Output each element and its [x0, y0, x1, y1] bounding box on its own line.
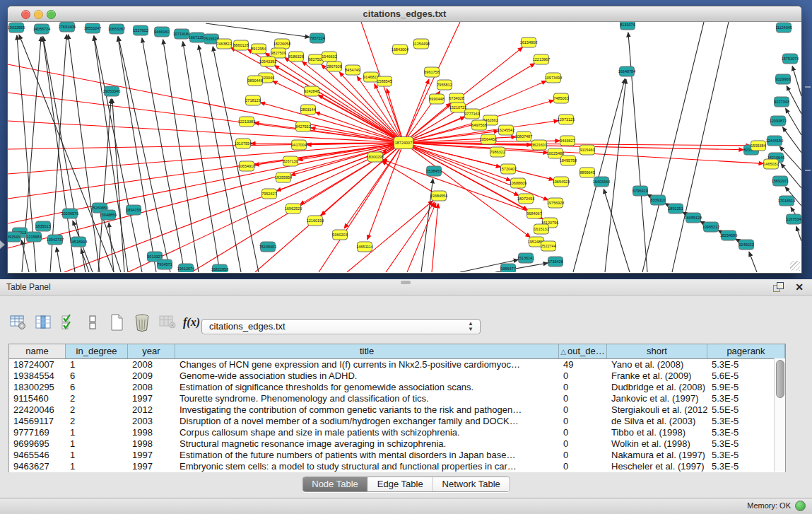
cell-year: 2008 [128, 382, 175, 393]
citation-edge-red[interactable] [404, 64, 535, 143]
tab-edge-table[interactable]: Edge Table [368, 477, 433, 491]
graph-node-label: 11124045 [775, 25, 792, 30]
panel-drag-handle[interactable] [401, 281, 411, 284]
cell-in-degree: 1 [66, 427, 128, 438]
column-header-short[interactable]: short [607, 344, 707, 358]
citation-edge[interactable] [604, 189, 630, 272]
column-header-name[interactable]: name [9, 344, 66, 358]
citation-edge[interactable] [792, 66, 801, 96]
citation-edge-red[interactable] [8, 64, 404, 143]
graph-node-label: 20564456 [480, 137, 497, 141]
citation-edge-red[interactable] [407, 203, 436, 272]
citation-edge-red[interactable] [404, 143, 530, 237]
graph-node-label: 1595384 [751, 144, 765, 148]
table-row[interactable]: 946554611997Estimation of the future num… [9, 450, 785, 461]
table-row[interactable]: 1456911722003Disruption of a novel membe… [9, 416, 785, 427]
cell-out-de-: 49 [559, 359, 607, 370]
citation-edge[interactable] [94, 36, 142, 272]
select-rows-icon[interactable] [58, 312, 79, 333]
cell-short: Tibbo et al. (1998) [607, 427, 707, 438]
graph-node-label: 19355954 [275, 175, 292, 180]
table-header-row: namein_degreeyeartitle△out_de…shortpager… [9, 344, 785, 359]
table-options-icon[interactable] [7, 312, 28, 333]
citation-edge[interactable] [749, 252, 757, 272]
citation-edge[interactable] [605, 79, 626, 272]
graph-node-label: 15948859 [100, 213, 117, 217]
citation-edge-red[interactable] [8, 143, 404, 149]
citation-edge-red[interactable] [64, 143, 404, 272]
graph-node-label: 1588545 [377, 79, 392, 83]
citation-edge[interactable] [206, 23, 310, 37]
graph-node-label: 12973125 [558, 117, 575, 122]
citation-edge[interactable] [112, 99, 124, 272]
citation-edge[interactable] [786, 108, 801, 135]
tab-network-table[interactable]: Network Table [433, 477, 510, 491]
cell-year: 2009 [128, 370, 175, 382]
float-panel-icon[interactable] [773, 282, 784, 292]
graph-node-label: 10543392 [259, 59, 276, 64]
table-row[interactable]: 977716911998Corpus callosum shape and si… [9, 427, 785, 438]
graph-node-label: 14518943 [70, 240, 87, 244]
cell-title: Disruption of a novel member of a sodium… [175, 416, 559, 427]
graph-node-label: 12213967 [533, 57, 550, 62]
column-header-out-de-[interactable]: △out_de… [559, 344, 607, 358]
cell-short: Jankovic et al. (1997) [607, 393, 707, 404]
citation-edge[interactable] [102, 215, 121, 272]
cell-short: Wolkin et al. (1998) [607, 438, 707, 450]
graph-node-label: 16843004 [392, 47, 408, 52]
row-height-icon[interactable] [82, 312, 103, 333]
right-splitter-mark [805, 86, 811, 88]
citation-edge-red[interactable] [386, 202, 435, 272]
citation-edge-red[interactable] [8, 121, 404, 143]
graph-node-label: 7957224 [310, 36, 324, 40]
column-header-title[interactable]: title [175, 344, 559, 358]
new-table-icon[interactable] [106, 312, 127, 333]
delete-table-icon[interactable] [131, 312, 153, 333]
table-row[interactable]: 969969511998Structural magnetic resonanc… [9, 438, 785, 450]
show-columns-icon[interactable] [33, 312, 54, 333]
graph-node-label: 6961758 [424, 70, 439, 74]
table-row[interactable]: 946362711997Embryonic stem cells: a mode… [9, 461, 785, 472]
table-select-combobox[interactable]: citations_edges.txt ▲▼ [201, 319, 481, 334]
table-row[interactable]: 2242004622012Investigating the contribut… [9, 404, 785, 416]
cell-in-degree: 1 [66, 461, 128, 472]
citation-edge[interactable] [642, 22, 704, 272]
table-panel-title: Table Panel [6, 282, 51, 292]
cell-title: Estimation of significance thresholds fo… [175, 382, 559, 393]
scrollbar-thumb[interactable] [776, 360, 784, 398]
cell-in-degree: 1 [66, 450, 128, 461]
citation-edge[interactable] [796, 226, 801, 241]
citation-edge[interactable] [94, 36, 128, 272]
function-builder-icon[interactable]: f(x) [181, 312, 202, 333]
citation-edge[interactable] [118, 37, 156, 272]
network-canvas[interactable]: 1903355914055724276914061855324710653287… [8, 22, 801, 272]
citation-edge[interactable] [57, 247, 61, 272]
graph-node-label: 10653287 [108, 27, 125, 31]
column-header-in-degree[interactable]: in_degree [66, 344, 128, 358]
graph-node-label: 7955812 [437, 83, 452, 87]
table-row[interactable]: 1872400712008Changes of HCN gene express… [9, 359, 785, 370]
graph-node-label: 9360203 [332, 233, 347, 237]
citation-network-graph[interactable]: 1903355914055724276914061855324710653287… [8, 22, 801, 272]
column-header-year[interactable]: year [128, 344, 175, 358]
left-panel-collapse-arrow[interactable] [0, 240, 5, 249]
close-panel-icon[interactable]: ✕ [795, 281, 804, 293]
table-row[interactable]: 1830029562008Estimation of significance … [9, 382, 785, 393]
table-row[interactable]: 1938455462009Genome-wide association stu… [9, 370, 785, 382]
window-resize-grip[interactable] [790, 261, 800, 271]
citation-edge[interactable] [118, 37, 170, 272]
cell-name: 22420046 [9, 404, 66, 416]
vertical-scrollbar[interactable] [774, 358, 785, 472]
graph-node-label: 1465032 [763, 162, 778, 166]
citation-edge-red[interactable] [347, 201, 433, 272]
graph-node-label: 19654923 [553, 180, 570, 184]
graph-node-label: 10025488 [547, 151, 564, 156]
graph-node-label: 76245402 [259, 245, 276, 249]
column-header-pagerank[interactable]: pagerank [707, 344, 785, 358]
citation-edge[interactable] [163, 40, 199, 272]
citation-edge-red[interactable] [432, 204, 438, 272]
network-window-titlebar[interactable]: citations_edges.txt [8, 6, 801, 22]
table-row[interactable]: 911546021997Tourette syndrome. Phenomeno… [9, 393, 785, 404]
tab-node-table[interactable]: Node Table [302, 477, 368, 491]
citation-edge[interactable] [142, 38, 184, 272]
